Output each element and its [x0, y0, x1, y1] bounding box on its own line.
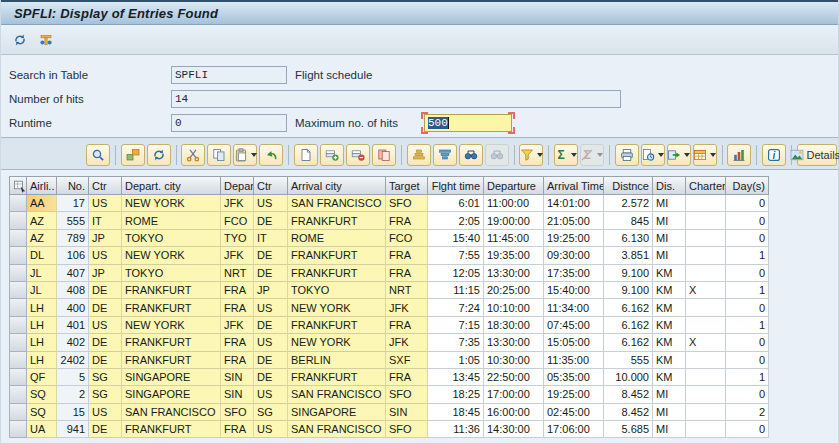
row-select-button[interactable] [9, 230, 27, 247]
cell-days[interactable]: 2 [726, 404, 769, 421]
cell-dis[interactable]: KM [653, 334, 686, 351]
cell-ctr_dep[interactable]: IT [89, 212, 122, 229]
cell-departure[interactable]: 20:25:00 [484, 282, 544, 299]
cell-target[interactable]: NRT [386, 282, 428, 299]
cell-ctr_dep[interactable]: US [89, 247, 122, 264]
column-header-arrival_time[interactable]: Arrival Time [544, 176, 604, 195]
cell-flight_no[interactable]: 5 [57, 369, 89, 386]
undo-button[interactable] [259, 144, 283, 166]
cell-airline[interactable]: UA [27, 421, 57, 438]
display-toggle-button[interactable] [121, 144, 145, 166]
cell-dis[interactable]: MI [653, 247, 686, 264]
cell-flight_no[interactable]: 407 [57, 265, 89, 282]
cell-flight_no[interactable]: 402 [57, 334, 89, 351]
column-header-days[interactable]: Day(s) [726, 176, 769, 195]
cell-ctr_arr[interactable]: DE [254, 317, 288, 334]
number-of-entries-button[interactable] [37, 31, 55, 49]
cell-ctr_dep[interactable]: JP [89, 230, 122, 247]
cell-target[interactable]: SXF [386, 352, 428, 369]
cell-depart_airport[interactable]: SFO [221, 404, 254, 421]
cell-arrival_city[interactable]: ROME [288, 230, 386, 247]
find-button[interactable] [459, 144, 483, 166]
cell-days[interactable]: 0 [726, 299, 769, 316]
cell-ctr_arr[interactable]: US [254, 299, 288, 316]
cell-depart_airport[interactable]: TYO [221, 230, 254, 247]
cell-depart_city[interactable]: NEW YORK [122, 247, 221, 264]
cell-dis[interactable]: MI [653, 404, 686, 421]
cell-charter[interactable]: X [686, 282, 726, 299]
cell-departure[interactable]: 22:50:00 [484, 369, 544, 386]
cell-depart_city[interactable]: TOKYO [122, 230, 221, 247]
cell-arrival_time[interactable]: 14:01:00 [544, 195, 604, 212]
cell-arrival_time[interactable]: 07:45:00 [544, 317, 604, 334]
cell-depart_airport[interactable]: FRA [221, 352, 254, 369]
details-mountain-button[interactable]: Details [797, 144, 837, 166]
cell-arrival_city[interactable]: BERLIN [288, 352, 386, 369]
cell-flight_time[interactable]: 11:36 [428, 421, 484, 438]
cell-arrival_city[interactable]: SINGAPORE [288, 404, 386, 421]
cell-departure[interactable]: 19:35:00 [484, 247, 544, 264]
cell-airline[interactable]: LH [27, 317, 57, 334]
cell-airline[interactable]: SQ [27, 404, 57, 421]
cell-depart_airport[interactable]: NRT [221, 265, 254, 282]
max-hits-field[interactable]: 500 [424, 114, 512, 132]
delete-row-button[interactable] [346, 144, 370, 166]
cell-airline[interactable]: LH [27, 299, 57, 316]
cell-ctr_arr[interactable]: US [254, 334, 288, 351]
cell-airline[interactable]: AZ [27, 212, 57, 229]
cell-distance[interactable]: 9.100 [604, 282, 653, 299]
cell-ctr_arr[interactable]: US [254, 386, 288, 403]
cell-arrival_time[interactable]: 19:25:00 [544, 230, 604, 247]
cell-days[interactable]: 0 [726, 386, 769, 403]
cell-depart_airport[interactable]: JFK [221, 317, 254, 334]
cell-distance[interactable]: 3.851 [604, 247, 653, 264]
cell-airline[interactable]: JL [27, 282, 57, 299]
cell-depart_city[interactable]: FRANKFURT [122, 299, 221, 316]
row-select-button[interactable] [9, 299, 27, 316]
cell-charter[interactable] [686, 352, 726, 369]
cell-dis[interactable]: KM [653, 282, 686, 299]
cell-distance[interactable]: 6.162 [604, 299, 653, 316]
row-select-button[interactable] [9, 195, 27, 212]
column-header-ctr_dep[interactable]: Ctr [89, 176, 122, 195]
cell-distance[interactable]: 5.685 [604, 421, 653, 438]
cell-distance[interactable]: 9.100 [604, 265, 653, 282]
cell-flight_time[interactable]: 18:25 [428, 386, 484, 403]
cell-distance[interactable]: 6.130 [604, 230, 653, 247]
column-header-airline[interactable]: Airli.. [27, 176, 57, 195]
cell-distance[interactable]: 2.572 [604, 195, 653, 212]
column-header-ctr_arr[interactable]: Ctr [254, 176, 288, 195]
cell-target[interactable]: SFO [386, 421, 428, 438]
paste-button[interactable] [233, 144, 257, 166]
cell-charter[interactable] [686, 212, 726, 229]
cell-departure[interactable]: 11:00:00 [484, 195, 544, 212]
cell-arrival_time[interactable]: 17:06:00 [544, 421, 604, 438]
column-header-depart_airport[interactable]: Depart [221, 176, 254, 195]
row-select-button[interactable] [9, 212, 27, 229]
filter-button[interactable] [519, 144, 543, 166]
cell-depart_city[interactable]: TOKYO [122, 265, 221, 282]
cell-arrival_city[interactable]: SAN FRANCISCO [288, 386, 386, 403]
cell-arrival_time[interactable]: 19:25:00 [544, 386, 604, 403]
cell-depart_city[interactable]: SAN FRANCISCO [122, 404, 221, 421]
cell-days[interactable]: 0 [726, 230, 769, 247]
cell-target[interactable]: FRA [386, 247, 428, 264]
cell-depart_airport[interactable]: JFK [221, 247, 254, 264]
select-all-header[interactable] [9, 176, 27, 195]
cell-ctr_dep[interactable]: DE [89, 352, 122, 369]
number-of-hits-field[interactable]: 14 [171, 90, 621, 108]
runtime-field[interactable]: 0 [171, 114, 287, 132]
cell-charter[interactable] [686, 265, 726, 282]
cell-flight_no[interactable]: 789 [57, 230, 89, 247]
cell-ctr_dep[interactable]: DE [89, 334, 122, 351]
row-select-button[interactable] [9, 317, 27, 334]
cell-arrival_city[interactable]: NEW YORK [288, 334, 386, 351]
column-header-distance[interactable]: Distnce [604, 176, 653, 195]
cell-target[interactable]: FRA [386, 265, 428, 282]
cell-target[interactable]: FRA [386, 369, 428, 386]
cell-arrival_time[interactable]: 11:34:00 [544, 299, 604, 316]
column-header-target[interactable]: Target [386, 176, 428, 195]
cell-dis[interactable]: KM [653, 317, 686, 334]
cell-arrival_time[interactable]: 05:35:00 [544, 369, 604, 386]
cell-arrival_city[interactable]: NEW YORK [288, 299, 386, 316]
